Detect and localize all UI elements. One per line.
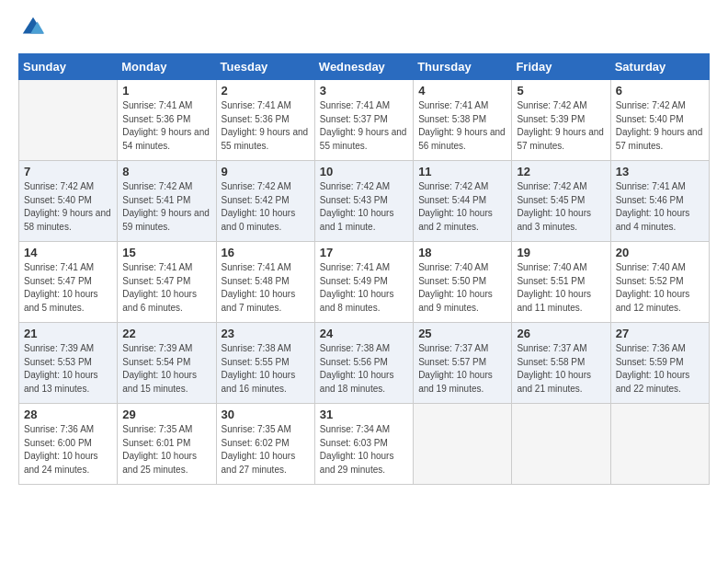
day-info: Sunrise: 7:42 AMSunset: 5:45 PMDaylight:… <box>517 180 605 234</box>
logo-icon <box>20 15 46 40</box>
day-info: Sunrise: 7:40 AMSunset: 5:52 PMDaylight:… <box>616 261 704 315</box>
day-info: Sunrise: 7:38 AMSunset: 5:55 PMDaylight:… <box>222 342 310 396</box>
calendar-cell: 22Sunrise: 7:39 AMSunset: 5:54 PMDayligh… <box>118 323 216 404</box>
day-number: 14 <box>24 246 112 259</box>
day-number: 17 <box>320 246 408 259</box>
day-number: 13 <box>616 165 704 178</box>
day-info: Sunrise: 7:35 AMSunset: 6:02 PMDaylight:… <box>222 423 310 477</box>
day-info: Sunrise: 7:42 AMSunset: 5:40 PMDaylight:… <box>24 180 112 234</box>
day-info: Sunrise: 7:41 AMSunset: 5:36 PMDaylight:… <box>222 99 310 153</box>
header-friday: Friday <box>512 54 610 80</box>
day-number: 1 <box>122 84 210 98</box>
calendar-cell: 25Sunrise: 7:37 AMSunset: 5:57 PMDayligh… <box>414 323 512 404</box>
calendar-cell: 27Sunrise: 7:36 AMSunset: 5:59 PMDayligh… <box>610 323 709 404</box>
calendar-cell: 24Sunrise: 7:38 AMSunset: 5:56 PMDayligh… <box>314 323 413 404</box>
day-number: 28 <box>24 408 112 421</box>
day-info: Sunrise: 7:42 AMSunset: 5:43 PMDaylight:… <box>320 180 408 234</box>
day-info: Sunrise: 7:42 AMSunset: 5:41 PMDaylight:… <box>122 180 210 234</box>
day-number: 9 <box>222 165 310 178</box>
day-number: 19 <box>517 246 605 259</box>
day-info: Sunrise: 7:38 AMSunset: 5:56 PMDaylight:… <box>320 342 408 396</box>
calendar-cell: 2Sunrise: 7:41 AMSunset: 5:36 PMDaylight… <box>216 80 314 161</box>
day-info: Sunrise: 7:41 AMSunset: 5:47 PMDaylight:… <box>24 261 112 315</box>
day-info: Sunrise: 7:42 AMSunset: 5:44 PMDaylight:… <box>418 180 506 234</box>
calendar-cell: 14Sunrise: 7:41 AMSunset: 5:47 PMDayligh… <box>19 242 118 323</box>
day-info: Sunrise: 7:34 AMSunset: 6:03 PMDaylight:… <box>320 423 408 477</box>
day-info: Sunrise: 7:41 AMSunset: 5:48 PMDaylight:… <box>222 261 310 315</box>
day-number: 23 <box>222 327 310 340</box>
day-number: 25 <box>418 327 506 340</box>
day-number: 4 <box>418 84 506 98</box>
header-wednesday: Wednesday <box>314 54 413 80</box>
day-info: Sunrise: 7:35 AMSunset: 6:01 PMDaylight:… <box>122 423 210 477</box>
day-info: Sunrise: 7:41 AMSunset: 5:38 PMDaylight:… <box>418 99 506 153</box>
calendar-cell: 19Sunrise: 7:40 AMSunset: 5:51 PMDayligh… <box>512 242 610 323</box>
calendar-cell: 26Sunrise: 7:37 AMSunset: 5:58 PMDayligh… <box>512 323 610 404</box>
day-number: 31 <box>320 408 408 421</box>
calendar-cell: 17Sunrise: 7:41 AMSunset: 5:49 PMDayligh… <box>314 242 413 323</box>
calendar-cell: 23Sunrise: 7:38 AMSunset: 5:55 PMDayligh… <box>216 323 314 404</box>
calendar-cell <box>512 404 610 485</box>
day-info: Sunrise: 7:41 AMSunset: 5:37 PMDaylight:… <box>320 99 408 153</box>
calendar-table: SundayMondayTuesdayWednesdayThursdayFrid… <box>18 53 710 485</box>
calendar-cell: 20Sunrise: 7:40 AMSunset: 5:52 PMDayligh… <box>610 242 709 323</box>
calendar-cell: 29Sunrise: 7:35 AMSunset: 6:01 PMDayligh… <box>118 404 216 485</box>
day-number: 7 <box>24 165 112 178</box>
calendar-week-row: 1Sunrise: 7:41 AMSunset: 5:36 PMDaylight… <box>19 80 710 161</box>
logo <box>18 15 46 44</box>
day-number: 26 <box>517 327 605 340</box>
day-number: 12 <box>517 165 605 178</box>
calendar-week-row: 28Sunrise: 7:36 AMSunset: 6:00 PMDayligh… <box>19 404 710 485</box>
calendar-cell: 15Sunrise: 7:41 AMSunset: 5:47 PMDayligh… <box>118 242 216 323</box>
calendar-cell: 21Sunrise: 7:39 AMSunset: 5:53 PMDayligh… <box>19 323 118 404</box>
day-info: Sunrise: 7:42 AMSunset: 5:39 PMDaylight:… <box>517 99 605 153</box>
calendar-cell <box>610 404 709 485</box>
calendar-cell: 3Sunrise: 7:41 AMSunset: 5:37 PMDaylight… <box>314 80 413 161</box>
calendar-cell: 31Sunrise: 7:34 AMSunset: 6:03 PMDayligh… <box>314 404 413 485</box>
calendar-header-row: SundayMondayTuesdayWednesdayThursdayFrid… <box>19 54 710 80</box>
day-number: 3 <box>320 84 408 98</box>
calendar-cell: 1Sunrise: 7:41 AMSunset: 5:36 PMDaylight… <box>118 80 216 161</box>
day-info: Sunrise: 7:36 AMSunset: 6:00 PMDaylight:… <box>24 423 112 477</box>
calendar-cell <box>19 80 118 161</box>
day-info: Sunrise: 7:42 AMSunset: 5:40 PMDaylight:… <box>616 99 704 153</box>
day-info: Sunrise: 7:37 AMSunset: 5:57 PMDaylight:… <box>418 342 506 396</box>
day-number: 21 <box>24 327 112 340</box>
header-sunday: Sunday <box>19 54 118 80</box>
day-number: 5 <box>517 84 605 98</box>
calendar-cell: 18Sunrise: 7:40 AMSunset: 5:50 PMDayligh… <box>414 242 512 323</box>
day-info: Sunrise: 7:36 AMSunset: 5:59 PMDaylight:… <box>616 342 704 396</box>
day-number: 2 <box>222 84 310 98</box>
day-number: 8 <box>122 165 210 178</box>
day-number: 6 <box>616 84 704 98</box>
day-number: 20 <box>616 246 704 259</box>
day-info: Sunrise: 7:41 AMSunset: 5:49 PMDaylight:… <box>320 261 408 315</box>
day-number: 30 <box>222 408 310 421</box>
header-tuesday: Tuesday <box>216 54 314 80</box>
calendar-cell: 16Sunrise: 7:41 AMSunset: 5:48 PMDayligh… <box>216 242 314 323</box>
calendar-cell: 8Sunrise: 7:42 AMSunset: 5:41 PMDaylight… <box>118 161 216 242</box>
day-number: 24 <box>320 327 408 340</box>
calendar-week-row: 7Sunrise: 7:42 AMSunset: 5:40 PMDaylight… <box>19 161 710 242</box>
calendar-cell <box>414 404 512 485</box>
header-saturday: Saturday <box>610 54 709 80</box>
day-info: Sunrise: 7:41 AMSunset: 5:36 PMDaylight:… <box>122 99 210 153</box>
calendar-cell: 5Sunrise: 7:42 AMSunset: 5:39 PMDaylight… <box>512 80 610 161</box>
calendar-cell: 4Sunrise: 7:41 AMSunset: 5:38 PMDaylight… <box>414 80 512 161</box>
day-info: Sunrise: 7:37 AMSunset: 5:58 PMDaylight:… <box>517 342 605 396</box>
calendar-cell: 6Sunrise: 7:42 AMSunset: 5:40 PMDaylight… <box>610 80 709 161</box>
calendar-cell: 30Sunrise: 7:35 AMSunset: 6:02 PMDayligh… <box>216 404 314 485</box>
calendar-cell: 10Sunrise: 7:42 AMSunset: 5:43 PMDayligh… <box>314 161 413 242</box>
calendar-cell: 11Sunrise: 7:42 AMSunset: 5:44 PMDayligh… <box>414 161 512 242</box>
calendar-cell: 13Sunrise: 7:41 AMSunset: 5:46 PMDayligh… <box>610 161 709 242</box>
header-thursday: Thursday <box>414 54 512 80</box>
header-monday: Monday <box>118 54 216 80</box>
day-number: 16 <box>222 246 310 259</box>
calendar-week-row: 21Sunrise: 7:39 AMSunset: 5:53 PMDayligh… <box>19 323 710 404</box>
day-info: Sunrise: 7:41 AMSunset: 5:47 PMDaylight:… <box>122 261 210 315</box>
calendar-cell: 12Sunrise: 7:42 AMSunset: 5:45 PMDayligh… <box>512 161 610 242</box>
day-info: Sunrise: 7:40 AMSunset: 5:50 PMDaylight:… <box>418 261 506 315</box>
day-info: Sunrise: 7:41 AMSunset: 5:46 PMDaylight:… <box>616 180 704 234</box>
day-number: 22 <box>122 327 210 340</box>
calendar-cell: 7Sunrise: 7:42 AMSunset: 5:40 PMDaylight… <box>19 161 118 242</box>
